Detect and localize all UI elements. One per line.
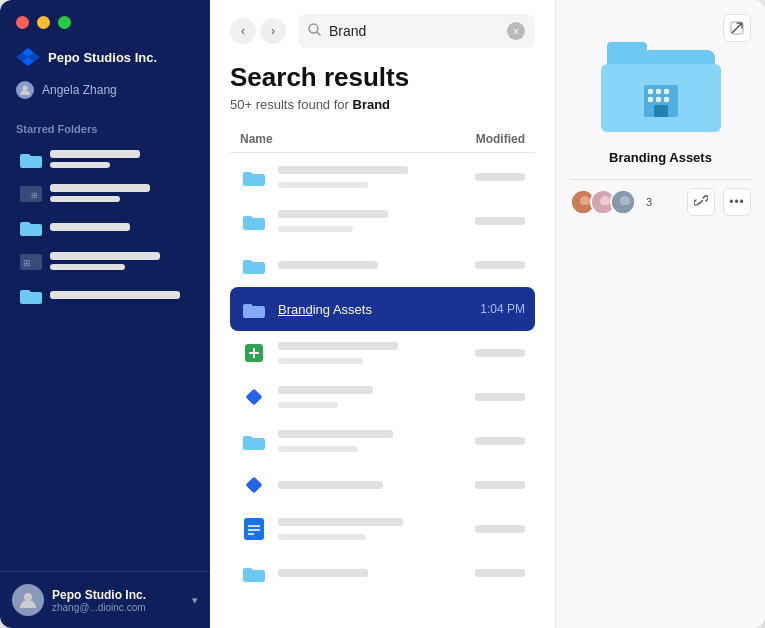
item-skeleton xyxy=(50,150,190,168)
table-row[interactable] xyxy=(230,463,535,507)
dropbox-icon xyxy=(16,45,40,69)
right-panel: Branding Assets xyxy=(555,0,765,628)
table-row[interactable] xyxy=(230,331,535,375)
table-row[interactable] xyxy=(230,419,535,463)
brand-name: Pepo Studios Inc. xyxy=(48,50,157,65)
footer-user-info: Pepo Studio Inc. zhang@...dioinc.com xyxy=(52,588,184,613)
table-row[interactable] xyxy=(230,507,535,551)
sidebar-footer[interactable]: Pepo Studio Inc. zhang@...dioinc.com ▾ xyxy=(0,571,210,628)
row-skeleton xyxy=(278,210,465,232)
folder-front xyxy=(601,64,721,132)
folder-icon xyxy=(20,218,42,236)
close-button[interactable] xyxy=(16,16,29,29)
svg-text:⊞: ⊞ xyxy=(23,258,31,268)
row-skeleton xyxy=(278,569,465,577)
row-skeleton xyxy=(278,430,465,452)
svg-rect-24 xyxy=(656,97,661,102)
row-time-skeleton xyxy=(475,349,525,357)
table-row[interactable] xyxy=(230,199,535,243)
folder-photo-icon: ⊞ xyxy=(20,184,42,202)
svg-rect-2 xyxy=(20,186,30,190)
export-button[interactable] xyxy=(723,14,751,42)
maximize-button[interactable] xyxy=(58,16,71,29)
blue-diamond-icon xyxy=(240,471,268,499)
row-time-skeleton xyxy=(475,217,525,225)
row-skeleton xyxy=(278,518,465,540)
search-bar[interactable]: Brand × xyxy=(298,14,535,48)
panel-avatars: 3 ••• xyxy=(570,188,751,216)
svg-point-28 xyxy=(580,196,590,206)
row-skeleton xyxy=(278,386,465,408)
search-clear-button[interactable]: × xyxy=(507,22,525,40)
sidebar-item[interactable]: ⊞ xyxy=(12,177,198,209)
row-time-skeleton xyxy=(475,261,525,269)
item-skeleton xyxy=(50,291,190,299)
forward-button[interactable]: › xyxy=(260,18,286,44)
blue-diamond-icon xyxy=(240,383,268,411)
table-row[interactable] xyxy=(230,375,535,419)
row-skeleton xyxy=(278,166,465,188)
sidebar-item[interactable] xyxy=(12,211,198,243)
search-icon xyxy=(308,23,321,39)
svg-point-32 xyxy=(620,196,630,206)
sidebar-item[interactable] xyxy=(12,279,198,311)
building-icon xyxy=(636,73,686,123)
link-button[interactable] xyxy=(687,188,715,216)
more-options-button[interactable]: ••• xyxy=(723,188,751,216)
folder-icon xyxy=(240,251,268,279)
doc-icon xyxy=(240,515,268,543)
svg-point-6 xyxy=(24,593,32,601)
footer-user-name: Pepo Studio Inc. xyxy=(52,588,184,602)
back-button[interactable]: ‹ xyxy=(230,18,256,44)
folder-icon xyxy=(20,150,42,168)
folder-icon xyxy=(240,207,268,235)
name-highlight-brand: Brand xyxy=(278,302,313,317)
row-time-skeleton xyxy=(475,525,525,533)
svg-rect-26 xyxy=(654,105,668,117)
svg-rect-20 xyxy=(648,89,653,94)
chevron-down-icon: ▾ xyxy=(192,594,198,607)
panel-divider xyxy=(570,179,751,180)
results-table: Name Modified xyxy=(230,126,535,595)
green-plus-icon xyxy=(240,339,268,367)
svg-rect-21 xyxy=(656,89,661,94)
svg-point-0 xyxy=(23,86,28,91)
svg-rect-23 xyxy=(648,97,653,102)
sidebar-user: Angela Zhang xyxy=(0,77,210,115)
table-row[interactable] xyxy=(230,155,535,199)
search-results-area: Search results 50+ results found for Bra… xyxy=(210,48,555,628)
footer-user-email: zhang@...dioinc.com xyxy=(52,602,184,613)
sidebar-item[interactable]: ⊞ xyxy=(12,245,198,277)
item-skeleton xyxy=(50,252,190,270)
search-results-title: Search results xyxy=(230,62,535,93)
minimize-button[interactable] xyxy=(37,16,50,29)
table-row[interactable] xyxy=(230,551,535,595)
svg-rect-13 xyxy=(246,477,263,494)
table-row[interactable] xyxy=(230,243,535,287)
svg-rect-22 xyxy=(664,89,669,94)
folder-icon xyxy=(240,559,268,587)
main-content: ‹ › Brand × Search results 50+ results f… xyxy=(210,0,555,628)
user-avatar-icon xyxy=(16,81,34,99)
folder-icon xyxy=(240,163,268,191)
sidebar-item[interactable] xyxy=(12,143,198,175)
sidebar: Pepo Studios Inc. Angela Zhang Starred F… xyxy=(0,0,210,628)
row-skeleton xyxy=(278,261,465,269)
row-time-skeleton xyxy=(475,569,525,577)
table-row-branding-assets[interactable]: Branding Assets 1:04 PM xyxy=(230,287,535,331)
row-time-skeleton xyxy=(475,481,525,489)
item-skeleton xyxy=(50,223,190,231)
folder-selected-icon xyxy=(240,295,268,323)
app-window: Pepo Studios Inc. Angela Zhang Starred F… xyxy=(0,0,765,628)
avatar xyxy=(610,189,636,215)
row-skeleton xyxy=(278,481,465,489)
starred-folders-label: Starred Folders xyxy=(0,115,210,143)
nav-buttons: ‹ › xyxy=(230,18,286,44)
row-time-skeleton xyxy=(475,393,525,401)
row-skeleton xyxy=(278,342,465,364)
col-name-header: Name xyxy=(240,132,273,146)
svg-rect-25 xyxy=(664,97,669,102)
svg-rect-14 xyxy=(244,518,264,540)
search-results-subtitle: 50+ results found for Brand xyxy=(230,97,535,112)
row-time-skeleton xyxy=(475,173,525,181)
